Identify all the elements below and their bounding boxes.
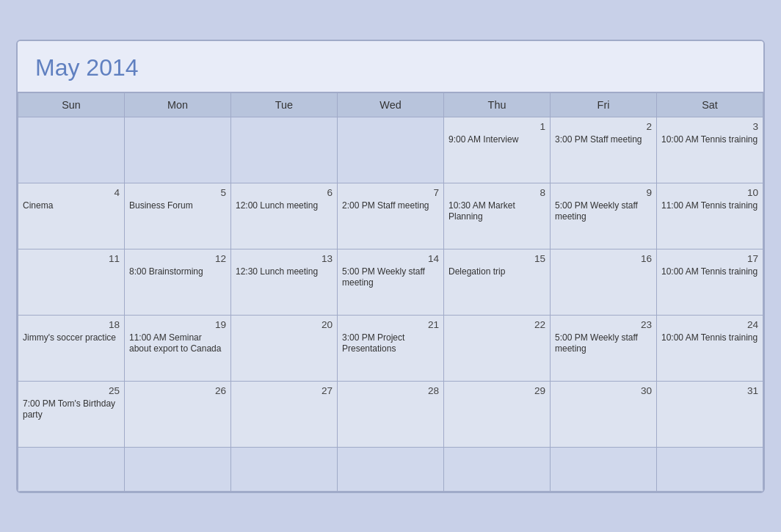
day-cell: 1011:00 AM Tennis training (657, 183, 763, 249)
day-cell: 30 (551, 382, 657, 448)
day-number: 25 (23, 385, 120, 396)
day-cell: 27 (231, 382, 338, 448)
day-number: 2 (555, 121, 652, 132)
day-cell: 5Business Forum (125, 183, 231, 249)
calendar-container: May 2014 SunMonTueWedThuFriSat19:00 AM I… (16, 40, 765, 493)
day-cell: 19:00 AM Interview (444, 117, 551, 183)
day-header-wed: Wed (338, 93, 444, 117)
event-text: 8:00 Brainstorming (129, 266, 226, 278)
day-cell: 11 (18, 249, 125, 316)
day-cell: 28 (338, 382, 444, 448)
day-cell: 612:00 Lunch meeting (231, 183, 338, 249)
day-cell (231, 448, 338, 492)
event-text: 11:00 AM Tennis training (661, 200, 758, 212)
day-number: 1 (448, 121, 545, 132)
event-text: 12:00 Lunch meeting (236, 200, 333, 212)
day-header-sat: Sat (657, 93, 763, 117)
day-cell: 235:00 PM Weekly staff meeting (551, 316, 657, 382)
event-text: 5:00 PM Weekly staff meeting (342, 266, 439, 289)
day-number: 8 (448, 187, 545, 198)
day-number: 26 (129, 385, 226, 396)
day-cell (125, 448, 231, 492)
event-text: 2:00 PM Staff meeting (342, 200, 439, 212)
day-number: 12 (129, 253, 226, 264)
event-text: 10:00 AM Tennis training (661, 134, 758, 146)
day-cell: 128:00 Brainstorming (125, 249, 231, 316)
day-cell: 257:00 PM Tom's Birthday party (18, 382, 125, 448)
day-number: 5 (129, 187, 226, 198)
event-text: Delegation trip (448, 266, 545, 278)
day-number: 10 (661, 187, 758, 198)
day-cell (231, 117, 338, 183)
day-number: 30 (555, 385, 652, 396)
day-cell (18, 448, 125, 492)
day-number: 4 (23, 187, 120, 198)
day-header-tue: Tue (231, 93, 338, 117)
event-text: 5:00 PM Weekly staff meeting (555, 332, 652, 355)
day-cell: 4Cinema (18, 183, 125, 249)
day-cell: 22 (444, 316, 551, 382)
day-number: 7 (342, 187, 439, 198)
day-number: 16 (555, 253, 652, 264)
event-text: 7:00 PM Tom's Birthday party (23, 398, 120, 421)
day-cell (551, 448, 657, 492)
day-number: 31 (661, 385, 758, 396)
day-cell: 2410:00 AM Tennis training (657, 316, 763, 382)
event-text: Business Forum (129, 200, 226, 212)
day-cell: 20 (231, 316, 338, 382)
event-text: 9:00 AM Interview (448, 134, 545, 146)
day-cell: 213:00 PM Project Presentations (338, 316, 444, 382)
day-cell (125, 117, 231, 183)
day-number: 19 (129, 319, 226, 330)
day-number: 23 (555, 319, 652, 330)
day-cell: 15Delegation trip (444, 249, 551, 316)
day-cell: 1710:00 AM Tennis training (657, 249, 763, 316)
day-number: 9 (555, 187, 652, 198)
event-text: 12:30 Lunch meeting (236, 266, 333, 278)
day-cell: 1312:30 Lunch meeting (231, 249, 338, 316)
day-cell: 29 (444, 382, 551, 448)
day-cell (444, 448, 551, 492)
day-cell: 1911:00 AM Seminar about export to Canad… (125, 316, 231, 382)
day-number: 20 (236, 319, 333, 330)
day-header-mon: Mon (125, 93, 231, 117)
event-text: 10:00 AM Tennis training (661, 266, 758, 278)
day-number: 21 (342, 319, 439, 330)
day-number: 13 (236, 253, 333, 264)
day-number: 24 (661, 319, 758, 330)
day-number: 28 (342, 385, 439, 396)
day-number: 29 (448, 385, 545, 396)
day-cell: 95:00 PM Weekly staff meeting (551, 183, 657, 249)
calendar-title-bar: May 2014 (18, 41, 763, 93)
day-cell: 18Jimmy's soccer practice (18, 316, 125, 382)
day-cell (338, 117, 444, 183)
event-text: 10:30 AM Market Planning (448, 200, 545, 223)
day-number: 17 (661, 253, 758, 264)
day-cell: 145:00 PM Weekly staff meeting (338, 249, 444, 316)
event-text: 11:00 AM Seminar about export to Canada (129, 332, 226, 355)
day-cell (338, 448, 444, 492)
day-cell: 16 (551, 249, 657, 316)
event-text: 3:00 PM Project Presentations (342, 332, 439, 355)
day-header-fri: Fri (551, 93, 657, 117)
event-text: 3:00 PM Staff meeting (555, 134, 652, 146)
day-cell: 72:00 PM Staff meeting (338, 183, 444, 249)
event-text: 10:00 AM Tennis training (661, 332, 758, 344)
day-cell: 31 (657, 382, 763, 448)
day-cell (18, 117, 125, 183)
day-number: 15 (448, 253, 545, 264)
day-number: 27 (236, 385, 333, 396)
event-text: Jimmy's soccer practice (23, 332, 120, 344)
day-number: 18 (23, 319, 120, 330)
event-text: 5:00 PM Weekly staff meeting (555, 200, 652, 223)
day-number: 3 (661, 121, 758, 132)
event-text: Cinema (23, 200, 120, 212)
day-cell: 810:30 AM Market Planning (444, 183, 551, 249)
day-header-sun: Sun (18, 93, 125, 117)
calendar-grid: SunMonTueWedThuFriSat19:00 AM Interview2… (18, 93, 763, 492)
day-number: 6 (236, 187, 333, 198)
day-header-thu: Thu (444, 93, 551, 117)
day-cell: 23:00 PM Staff meeting (551, 117, 657, 183)
day-number: 14 (342, 253, 439, 264)
day-cell: 310:00 AM Tennis training (657, 117, 763, 183)
